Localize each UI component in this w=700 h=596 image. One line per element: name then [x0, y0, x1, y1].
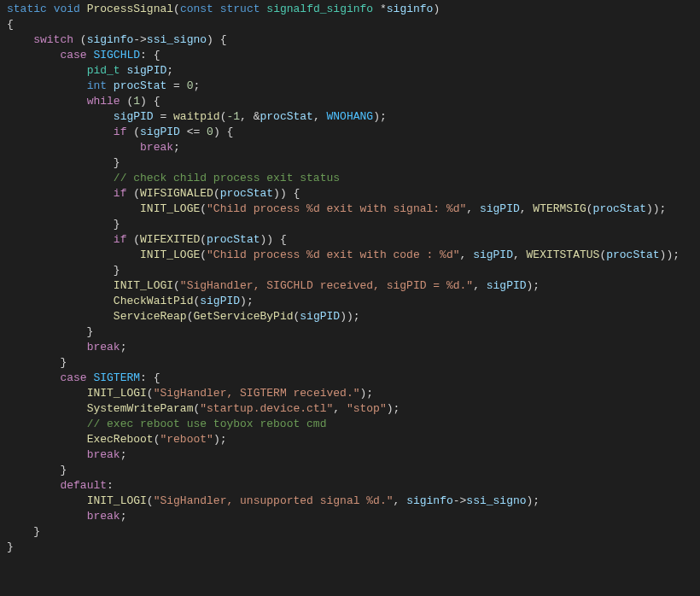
- macro-init-loge: INIT_LOGE: [140, 202, 200, 215]
- ident-procstat: procStat: [260, 110, 312, 123]
- code-line: SystemWriteParam("startup.device.ctl", "…: [0, 401, 700, 417]
- ident-siginfo: siginfo: [87, 33, 134, 46]
- code-line: if (sigPID <= 0) {: [0, 125, 700, 140]
- code-line: {: [0, 17, 700, 32]
- code-line: switch (siginfo->ssi_signo) {: [0, 32, 700, 48]
- code-line: INIT_LOGI("SigHandler, SIGTERM received.…: [0, 386, 700, 401]
- code-line: }: [0, 463, 700, 478]
- code-line: break;: [0, 340, 700, 355]
- ident-sigpid: sigPID: [487, 279, 527, 292]
- string-startup-key: "startup.device.ctl": [200, 402, 333, 415]
- string-reboot: "reboot": [160, 433, 213, 446]
- code-line: ServiceReap(GetServiceByPid(sigPID));: [0, 309, 700, 324]
- type-name: signalfd_siginfo: [266, 3, 373, 15]
- string-stop: "stop": [347, 402, 387, 415]
- keyword-if: if: [114, 126, 127, 138]
- comment-exec-reboot: // exec reboot use toybox reboot cmd: [87, 418, 327, 430]
- number-zero: 0: [207, 126, 213, 138]
- fn-getservicebypid: GetServiceByPid: [193, 310, 293, 323]
- code-line: }: [0, 217, 700, 232]
- code-line: }: [0, 263, 700, 278]
- keyword-default: default: [60, 479, 107, 492]
- string-child-code: "Child process %d exit with code : %d": [207, 248, 459, 261]
- ident-procstat: procStat: [207, 233, 260, 246]
- ident-procstat: procStat: [593, 202, 646, 215]
- macro-init-logi: INIT_LOGI: [87, 387, 147, 400]
- keyword-static: static: [7, 3, 47, 15]
- param-siginfo: siginfo: [387, 3, 434, 15]
- ident-sigpid: sigPID: [200, 295, 240, 307]
- fn-servicereap: ServiceReap: [114, 310, 187, 323]
- const-sigterm: SIGTERM: [93, 371, 140, 384]
- code-line: CheckWaitPid(sigPID);: [0, 294, 700, 309]
- ident-procstat: procStat: [114, 79, 166, 92]
- string-unsupported: "SigHandler, unsupported signal %d.": [154, 494, 394, 507]
- ident-ssi-signo: ssi_signo: [466, 494, 526, 507]
- code-line: break;: [0, 140, 700, 155]
- ident-procstat: procStat: [220, 187, 273, 200]
- code-line: ExecReboot("reboot");: [0, 432, 700, 447]
- code-line: break;: [0, 509, 700, 524]
- keyword-break: break: [140, 141, 173, 154]
- code-line: if (WIFEXITED(procStat)) {: [0, 232, 700, 248]
- code-line: // exec reboot use toybox reboot cmd: [0, 417, 700, 432]
- code-line: static void ProcessSignal(const struct s…: [0, 2, 700, 17]
- keyword-switch: switch: [33, 33, 73, 46]
- keyword-break: break: [87, 341, 120, 354]
- ident-procstat: procStat: [606, 248, 659, 261]
- type-pid-t: pid_t: [87, 64, 120, 77]
- code-line: int procStat = 0;: [0, 79, 700, 94]
- number-neg1: -1: [226, 110, 240, 123]
- keyword-void: void: [54, 3, 80, 15]
- code-line: INIT_LOGE("Child process %d exit with si…: [0, 202, 700, 217]
- code-line: break;: [0, 447, 700, 463]
- code-line: default:: [0, 478, 700, 494]
- code-line: }: [0, 324, 700, 340]
- fn-systemwriteparam: SystemWriteParam: [87, 402, 194, 415]
- code-line: // check child process exit status: [0, 171, 700, 186]
- code-line: }: [0, 524, 700, 540]
- const-sigchld: SIGCHLD: [93, 49, 140, 61]
- const-wnohang: WNOHANG: [327, 110, 374, 123]
- macro-init-loge: INIT_LOGE: [140, 248, 200, 261]
- macro-wtermsig: WTERMSIG: [533, 202, 586, 215]
- comment-check-child: // check child process exit status: [114, 172, 340, 184]
- fn-checkwaitpid: CheckWaitPid: [114, 295, 194, 307]
- ident-ssi-signo: ssi_signo: [147, 33, 207, 46]
- ident-sigpid: sigPID: [126, 64, 166, 77]
- keyword-while: while: [87, 95, 120, 108]
- fn-waitpid: waitpid: [173, 110, 220, 123]
- code-line: INIT_LOGI("SigHandler, SIGCHLD received,…: [0, 278, 700, 294]
- ident-sigpid: sigPID: [300, 310, 340, 323]
- function-name: ProcessSignal: [87, 3, 173, 15]
- code-line: }: [0, 540, 700, 555]
- code-line: }: [0, 155, 700, 171]
- macro-init-logi: INIT_LOGI: [114, 279, 173, 292]
- ident-sigpid: sigPID: [140, 126, 180, 138]
- code-line: pid_t sigPID;: [0, 63, 700, 79]
- keyword-if: if: [114, 187, 127, 200]
- ident-sigpid: sigPID: [480, 202, 520, 215]
- macro-wifexited: WIFEXITED: [140, 233, 200, 246]
- keyword-if: if: [114, 233, 127, 246]
- keyword-break: break: [87, 510, 120, 523]
- code-line: while (1) {: [0, 94, 700, 109]
- macro-init-logi: INIT_LOGI: [87, 494, 147, 507]
- keyword-int: int: [87, 79, 107, 92]
- number-one: 1: [133, 95, 140, 108]
- code-line: }: [0, 355, 700, 371]
- code-line: if (WIFSIGNALED(procStat)) {: [0, 186, 700, 202]
- fn-execreboot: ExecReboot: [87, 433, 154, 446]
- keyword-struct: struct: [220, 3, 260, 15]
- keyword-case: case: [60, 49, 86, 61]
- macro-wexitstatus: WEXITSTATUS: [527, 248, 600, 261]
- keyword-const: const: [180, 3, 213, 15]
- string-sigterm-recv: "SigHandler, SIGTERM received.": [154, 387, 360, 400]
- ident-siginfo: siginfo: [406, 494, 453, 507]
- code-line: case SIGTERM: {: [0, 371, 700, 386]
- ident-sigpid: sigPID: [473, 248, 513, 261]
- code-line: INIT_LOGI("SigHandler, unsupported signa…: [0, 494, 700, 509]
- code-line: case SIGCHLD: {: [0, 48, 700, 63]
- code-editor[interactable]: static void ProcessSignal(const struct s…: [0, 0, 700, 557]
- code-line: sigPID = waitpid(-1, &procStat, WNOHANG)…: [0, 109, 700, 125]
